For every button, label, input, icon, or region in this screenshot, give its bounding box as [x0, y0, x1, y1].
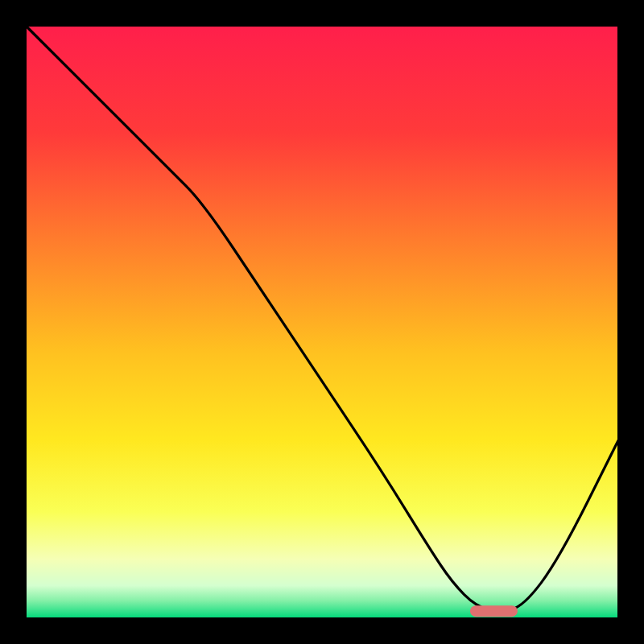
- gradient-chart: [0, 0, 644, 644]
- chart-frame: TheBottleneck.com: [0, 0, 644, 644]
- optimal-range-marker: [470, 605, 518, 617]
